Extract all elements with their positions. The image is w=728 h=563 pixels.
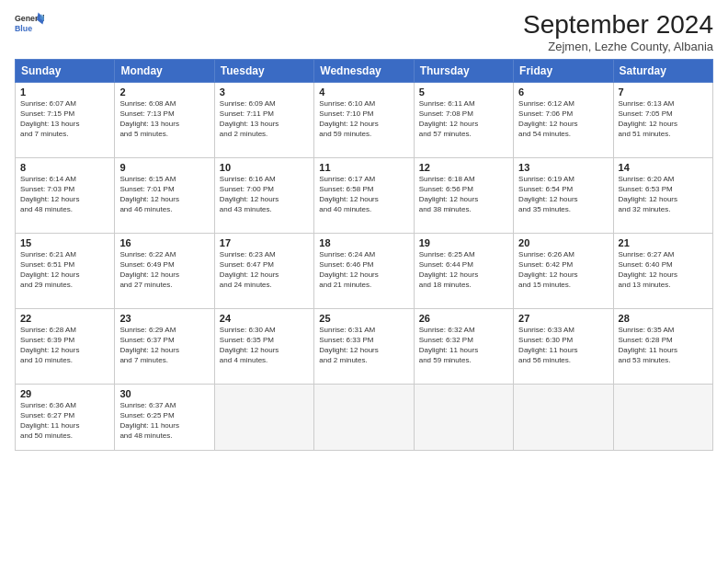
table-row: 10Sunrise: 6:16 AM Sunset: 7:00 PM Dayli… <box>214 157 313 233</box>
table-row: 5Sunrise: 6:11 AM Sunset: 7:08 PM Daylig… <box>414 82 513 157</box>
header-sunday: Sunday <box>16 59 115 82</box>
day-number: 9 <box>119 162 209 173</box>
day-number: 15 <box>20 237 109 248</box>
day-info: Sunrise: 6:07 AM Sunset: 7:15 PM Dayligh… <box>20 98 109 140</box>
day-info: Sunrise: 6:27 AM Sunset: 6:40 PM Dayligh… <box>619 249 708 291</box>
table-row: 2Sunrise: 6:08 AM Sunset: 7:13 PM Daylig… <box>115 82 214 157</box>
table-row <box>514 384 613 450</box>
table-row: 22Sunrise: 6:28 AM Sunset: 6:39 PM Dayli… <box>16 308 115 384</box>
day-info: Sunrise: 6:10 AM Sunset: 7:10 PM Dayligh… <box>319 98 408 140</box>
day-info: Sunrise: 6:37 AM Sunset: 6:25 PM Dayligh… <box>119 400 209 442</box>
table-row: 13Sunrise: 6:19 AM Sunset: 6:54 PM Dayli… <box>514 157 613 233</box>
table-row: 15Sunrise: 6:21 AM Sunset: 6:51 PM Dayli… <box>16 233 115 308</box>
table-row: 18Sunrise: 6:24 AM Sunset: 6:46 PM Dayli… <box>314 233 414 308</box>
day-number: 21 <box>619 237 708 248</box>
table-row <box>613 384 712 450</box>
page-header: General Blue September 2024 Zejmen, Lezh… <box>15 11 713 53</box>
header-friday: Friday <box>514 59 613 82</box>
day-number: 10 <box>220 162 309 173</box>
day-info: Sunrise: 6:11 AM Sunset: 7:08 PM Dayligh… <box>419 98 508 140</box>
table-row: 6Sunrise: 6:12 AM Sunset: 7:06 PM Daylig… <box>514 82 613 157</box>
day-number: 2 <box>119 86 209 98</box>
table-row <box>214 384 313 450</box>
day-number: 14 <box>619 162 708 173</box>
day-number: 16 <box>119 237 209 248</box>
logo-icon: General Blue <box>15 11 44 37</box>
day-number: 13 <box>518 162 608 173</box>
day-info: Sunrise: 6:17 AM Sunset: 6:58 PM Dayligh… <box>319 174 408 215</box>
day-info: Sunrise: 6:28 AM Sunset: 6:39 PM Dayligh… <box>20 325 109 366</box>
table-row: 20Sunrise: 6:26 AM Sunset: 6:42 PM Dayli… <box>514 233 613 308</box>
day-number: 8 <box>20 162 109 173</box>
day-number: 22 <box>20 313 109 324</box>
day-number: 29 <box>20 388 109 399</box>
logo: General Blue <box>15 11 44 37</box>
table-row: 14Sunrise: 6:20 AM Sunset: 6:53 PM Dayli… <box>613 157 712 233</box>
header-monday: Monday <box>115 59 214 82</box>
day-info: Sunrise: 6:31 AM Sunset: 6:33 PM Dayligh… <box>319 325 408 366</box>
table-row: 21Sunrise: 6:27 AM Sunset: 6:40 PM Dayli… <box>613 233 712 308</box>
day-number: 11 <box>319 162 408 173</box>
table-row: 17Sunrise: 6:23 AM Sunset: 6:47 PM Dayli… <box>214 233 313 308</box>
day-info: Sunrise: 6:35 AM Sunset: 6:28 PM Dayligh… <box>619 325 708 366</box>
day-number: 30 <box>119 388 209 399</box>
day-number: 28 <box>619 313 708 324</box>
day-number: 25 <box>319 313 408 324</box>
table-row: 1Sunrise: 6:07 AM Sunset: 7:15 PM Daylig… <box>16 82 115 157</box>
header-thursday: Thursday <box>414 59 513 82</box>
day-info: Sunrise: 6:24 AM Sunset: 6:46 PM Dayligh… <box>319 249 408 291</box>
table-row: 16Sunrise: 6:22 AM Sunset: 6:49 PM Dayli… <box>115 233 214 308</box>
header-saturday: Saturday <box>613 59 712 82</box>
day-number: 27 <box>518 313 608 324</box>
day-number: 12 <box>419 162 508 173</box>
location-subtitle: Zejmen, Lezhe County, Albania <box>523 40 713 53</box>
day-info: Sunrise: 6:18 AM Sunset: 6:56 PM Dayligh… <box>419 174 508 215</box>
day-number: 1 <box>20 86 109 98</box>
day-number: 17 <box>220 237 309 248</box>
table-row <box>314 384 414 450</box>
calendar-table: Sunday Monday Tuesday Wednesday Thursday… <box>15 59 713 451</box>
day-info: Sunrise: 6:14 AM Sunset: 7:03 PM Dayligh… <box>20 174 109 215</box>
day-number: 3 <box>220 86 309 98</box>
table-row: 3Sunrise: 6:09 AM Sunset: 7:11 PM Daylig… <box>214 82 313 157</box>
day-info: Sunrise: 6:30 AM Sunset: 6:35 PM Dayligh… <box>220 325 309 366</box>
day-info: Sunrise: 6:23 AM Sunset: 6:47 PM Dayligh… <box>220 249 309 291</box>
day-info: Sunrise: 6:22 AM Sunset: 6:49 PM Dayligh… <box>119 249 209 291</box>
table-row: 11Sunrise: 6:17 AM Sunset: 6:58 PM Dayli… <box>314 157 414 233</box>
header-wednesday: Wednesday <box>314 59 414 82</box>
day-info: Sunrise: 6:21 AM Sunset: 6:51 PM Dayligh… <box>20 249 109 291</box>
table-row: 26Sunrise: 6:32 AM Sunset: 6:32 PM Dayli… <box>414 308 513 384</box>
day-info: Sunrise: 6:13 AM Sunset: 7:05 PM Dayligh… <box>619 98 708 140</box>
day-number: 6 <box>518 86 608 98</box>
day-number: 18 <box>319 237 408 248</box>
day-info: Sunrise: 6:09 AM Sunset: 7:11 PM Dayligh… <box>220 98 309 140</box>
day-number: 20 <box>518 237 608 248</box>
table-row: 12Sunrise: 6:18 AM Sunset: 6:56 PM Dayli… <box>414 157 513 233</box>
day-info: Sunrise: 6:15 AM Sunset: 7:01 PM Dayligh… <box>119 174 209 215</box>
table-row: 28Sunrise: 6:35 AM Sunset: 6:28 PM Dayli… <box>613 308 712 384</box>
day-info: Sunrise: 6:32 AM Sunset: 6:32 PM Dayligh… <box>419 325 508 366</box>
table-row: 9Sunrise: 6:15 AM Sunset: 7:01 PM Daylig… <box>115 157 214 233</box>
day-info: Sunrise: 6:36 AM Sunset: 6:27 PM Dayligh… <box>20 400 109 442</box>
day-info: Sunrise: 6:25 AM Sunset: 6:44 PM Dayligh… <box>419 249 508 291</box>
table-row: 27Sunrise: 6:33 AM Sunset: 6:30 PM Dayli… <box>514 308 613 384</box>
day-info: Sunrise: 6:12 AM Sunset: 7:06 PM Dayligh… <box>518 98 608 140</box>
table-row: 7Sunrise: 6:13 AM Sunset: 7:05 PM Daylig… <box>613 82 712 157</box>
calendar-header-row: Sunday Monday Tuesday Wednesday Thursday… <box>16 59 713 82</box>
table-row: 30Sunrise: 6:37 AM Sunset: 6:25 PM Dayli… <box>115 384 214 450</box>
month-title: September 2024 <box>523 11 713 40</box>
table-row: 29Sunrise: 6:36 AM Sunset: 6:27 PM Dayli… <box>16 384 115 450</box>
day-number: 19 <box>419 237 508 248</box>
table-row: 19Sunrise: 6:25 AM Sunset: 6:44 PM Dayli… <box>414 233 513 308</box>
table-row: 24Sunrise: 6:30 AM Sunset: 6:35 PM Dayli… <box>214 308 313 384</box>
table-row: 8Sunrise: 6:14 AM Sunset: 7:03 PM Daylig… <box>16 157 115 233</box>
day-info: Sunrise: 6:20 AM Sunset: 6:53 PM Dayligh… <box>619 174 708 215</box>
table-row: 4Sunrise: 6:10 AM Sunset: 7:10 PM Daylig… <box>314 82 414 157</box>
table-row: 25Sunrise: 6:31 AM Sunset: 6:33 PM Dayli… <box>314 308 414 384</box>
day-number: 5 <box>419 86 508 98</box>
day-info: Sunrise: 6:19 AM Sunset: 6:54 PM Dayligh… <box>518 174 608 215</box>
day-info: Sunrise: 6:08 AM Sunset: 7:13 PM Dayligh… <box>119 98 209 140</box>
day-number: 4 <box>319 86 408 98</box>
title-section: September 2024 Zejmen, Lezhe County, Alb… <box>523 11 713 53</box>
table-row: 23Sunrise: 6:29 AM Sunset: 6:37 PM Dayli… <box>115 308 214 384</box>
